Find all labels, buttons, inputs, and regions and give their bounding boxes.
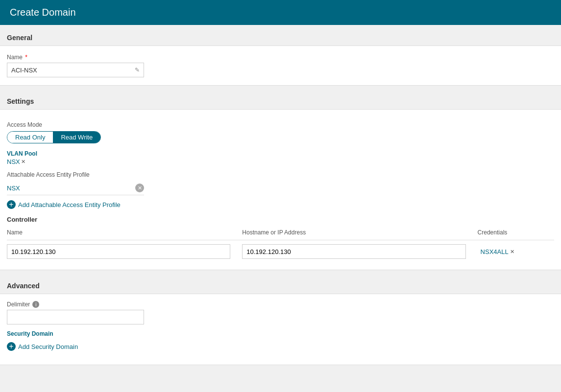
access-mode-label: Access Mode: [7, 121, 554, 128]
table-row: NSX4ALL ✕: [7, 240, 554, 263]
name-field-label: Name *: [7, 54, 554, 61]
advanced-section-title: Advanced: [0, 278, 561, 294]
col-header-name: Name: [7, 227, 242, 240]
controller-table: Name Hostname or IP Address Credentials: [7, 227, 554, 263]
settings-section: Settings Access Mode Read Only Read Writ…: [0, 89, 561, 270]
vlan-pool-remove[interactable]: ✕: [21, 159, 25, 165]
add-entity-icon: +: [7, 200, 16, 209]
add-entity-label: Add Attachable Access Entity Profile: [18, 201, 121, 208]
credentials-tag: NSX4ALL ✕: [478, 248, 554, 255]
general-section: General Name * ✎: [0, 25, 561, 86]
access-mode-read-write[interactable]: Read Write: [53, 132, 100, 143]
controller-name-input[interactable]: [7, 244, 230, 259]
advanced-section: Advanced Delimiter i Security Domain + A…: [0, 273, 561, 365]
add-security-domain-label: Add Security Domain: [18, 343, 78, 350]
entity-profile-remove[interactable]: ✕: [135, 184, 144, 192]
entity-profile-label: Attachable Access Entity Profile: [7, 171, 554, 178]
add-security-domain-icon: +: [7, 342, 16, 351]
controller-label: Controller: [7, 216, 554, 223]
name-input[interactable]: [11, 67, 135, 74]
vlan-pool-tag: NSX ✕: [7, 158, 25, 165]
credentials-value: NSX4ALL: [481, 248, 509, 255]
controller-hostname-input[interactable]: [242, 244, 465, 259]
vlan-pool-label: VLAN Pool: [7, 150, 554, 157]
controller-name-cell[interactable]: [7, 240, 242, 263]
delimiter-info-icon[interactable]: i: [32, 301, 39, 308]
col-header-credentials: Credentials: [478, 227, 554, 240]
name-required-indicator: *: [25, 54, 27, 61]
security-domain-label: Security Domain: [7, 330, 554, 337]
controller-credentials-cell: NSX4ALL ✕: [478, 240, 554, 263]
delimiter-label-row: Delimiter i: [7, 301, 554, 308]
name-input-wrapper[interactable]: ✎: [7, 63, 144, 77]
add-security-domain-link[interactable]: + Add Security Domain: [7, 342, 554, 351]
general-section-body: Name * ✎: [0, 46, 561, 86]
page-header: Create Domain: [0, 0, 561, 25]
access-mode-read-only[interactable]: Read Only: [7, 132, 53, 143]
advanced-section-body: Delimiter i Security Domain + Add Securi…: [0, 294, 561, 365]
settings-section-title: Settings: [0, 93, 561, 109]
general-section-title: General: [0, 30, 561, 46]
delimiter-label: Delimiter: [7, 301, 30, 308]
controller-hostname-cell[interactable]: [242, 240, 477, 263]
access-mode-toggle[interactable]: Read Only Read Write: [7, 131, 101, 143]
delimiter-input[interactable]: [7, 310, 144, 324]
add-entity-profile-link[interactable]: + Add Attachable Access Entity Profile: [7, 200, 554, 209]
name-input-icon: ✎: [135, 67, 140, 73]
entity-profile-value: NSX: [7, 184, 135, 192]
col-header-hostname: Hostname or IP Address: [242, 227, 477, 240]
credentials-remove[interactable]: ✕: [510, 249, 514, 255]
entity-profile-row: NSX ✕: [7, 181, 144, 195]
page-title: Create Domain: [10, 7, 76, 18]
settings-section-body: Access Mode Read Only Read Write VLAN Po…: [0, 109, 561, 270]
